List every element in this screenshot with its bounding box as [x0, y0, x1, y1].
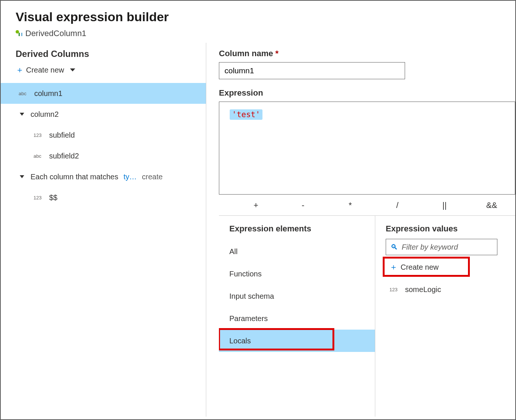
operator-multiply[interactable]: *	[327, 201, 374, 210]
element-parameters[interactable]: Parameters	[219, 307, 375, 330]
expression-elements-title: Expression elements	[219, 224, 375, 240]
chevron-down-icon	[20, 175, 24, 178]
required-indicator: *	[275, 49, 279, 58]
expression-token[interactable]: 'test'	[230, 109, 262, 120]
tree-item-pattern[interactable]: Each column that matches ty… create	[1, 166, 206, 187]
expand-toggle[interactable]	[19, 113, 25, 116]
tree-item-label-pre: Each column that matches	[31, 173, 118, 181]
value-label: someLogic	[405, 285, 441, 294]
chevron-down-icon	[70, 68, 75, 71]
tree-item-subfield[interactable]: 123 subfield	[1, 125, 206, 145]
operator-plus[interactable]: +	[232, 201, 280, 210]
type-badge-abc: abc	[34, 153, 44, 159]
tree-item-label: column2	[31, 110, 59, 119]
derived-column-icon	[16, 30, 22, 37]
create-new-local-button[interactable]: ＋ Create new	[386, 257, 475, 277]
tree-item-label: subfield2	[49, 152, 79, 160]
operator-or[interactable]: ||	[421, 201, 468, 210]
operator-divide[interactable]: /	[374, 201, 421, 210]
tree-item-column2[interactable]: column2	[1, 104, 206, 125]
chevron-down-icon	[20, 113, 24, 116]
tree-item-column1[interactable]: abc column1	[1, 83, 206, 104]
tree-item-dollardollar[interactable]: 123 $$	[1, 187, 206, 208]
node-name: DerivedColumn1	[25, 29, 86, 38]
tree-item-label: subfield	[49, 131, 75, 140]
operator-row: + - * / || &&	[219, 195, 515, 216]
expression-elements-panel: Expression elements All Functions Input …	[219, 216, 375, 417]
type-badge-123: 123	[389, 287, 400, 292]
node-row: DerivedColumn1	[16, 29, 500, 38]
filter-placeholder: Filter by keyword	[402, 243, 458, 251]
type-badge-abc: abc	[19, 91, 29, 96]
operator-and[interactable]: &&	[468, 201, 515, 210]
element-locals[interactable]: Locals	[219, 330, 375, 352]
derived-columns-title: Derived Columns	[1, 47, 206, 63]
expression-panel: Column name * Expression 'test' + - * / …	[206, 43, 515, 417]
type-badge-123: 123	[34, 132, 44, 138]
page-title: Visual expression builder	[16, 10, 500, 24]
highlight-box	[219, 328, 334, 350]
column-name-input[interactable]	[219, 62, 405, 79]
expression-label: Expression	[219, 88, 515, 98]
create-new-column-button[interactable]: ＋ Create new	[1, 63, 206, 83]
filter-input[interactable]: 🔍︎ Filter by keyword	[386, 239, 497, 255]
create-label: Create new	[26, 66, 64, 74]
plus-icon: ＋	[16, 64, 22, 76]
derived-columns-panel: Derived Columns ＋ Create new abc column1…	[1, 43, 206, 417]
columns-tree: abc column1 column2 123 subfield abc sub…	[1, 83, 206, 208]
element-all[interactable]: All	[219, 240, 375, 263]
expression-values-title: Expression values	[386, 224, 515, 234]
tree-item-subfield2[interactable]: abc subfield2	[1, 145, 206, 166]
type-badge-123: 123	[34, 195, 44, 201]
element-functions[interactable]: Functions	[219, 263, 375, 285]
expression-editor[interactable]: 'test'	[219, 102, 515, 195]
tree-item-label: column1	[34, 89, 63, 98]
tree-item-label-link[interactable]: ty…	[124, 173, 137, 181]
expression-values-panel: Expression values 🔍︎ Filter by keyword ＋…	[375, 216, 515, 417]
column-name-label: Column name *	[219, 49, 515, 58]
highlight-box	[383, 257, 470, 277]
expand-toggle[interactable]	[19, 175, 25, 178]
tree-item-label-post: create	[142, 173, 163, 181]
value-item-somelogic[interactable]: 123 someLogic	[386, 280, 515, 299]
search-icon: 🔍︎	[391, 243, 398, 251]
header: Visual expression builder DerivedColumn1	[1, 1, 515, 43]
operator-minus[interactable]: -	[280, 201, 327, 210]
element-input-schema[interactable]: Input schema	[219, 285, 375, 307]
tree-item-label: $$	[49, 193, 57, 202]
